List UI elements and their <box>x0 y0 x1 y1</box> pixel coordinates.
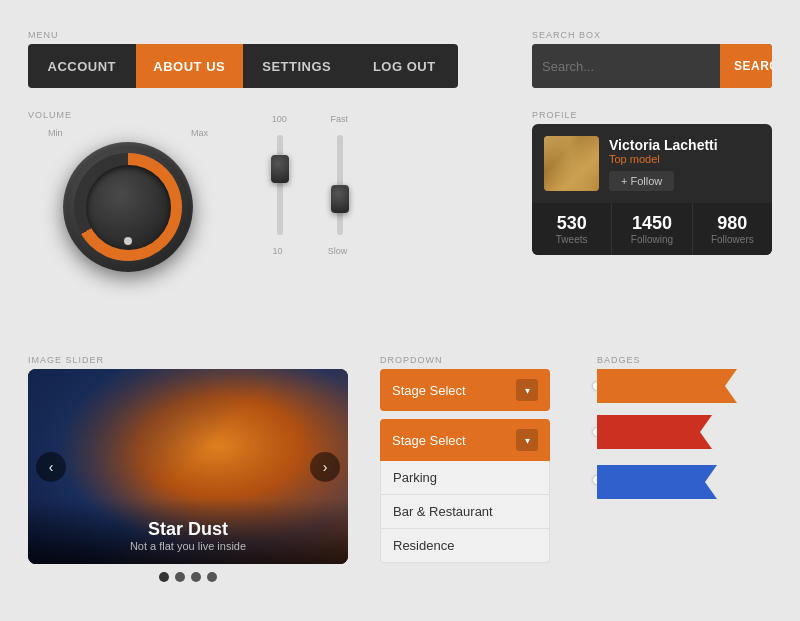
sliders-section: 100 Fast 10 Slow <box>250 110 370 256</box>
badge-ribbon-orange <box>597 369 737 403</box>
dropdown-item-2[interactable]: Residence <box>381 529 549 562</box>
slider-dots <box>28 572 348 582</box>
dropdown-item-1[interactable]: Bar & Restaurant <box>381 495 549 529</box>
badge-blue <box>597 461 772 499</box>
knob-inner <box>86 165 171 250</box>
search-button[interactable]: SEARCH <box>720 44 772 88</box>
dropdown-label: DROPDOWN <box>380 355 550 365</box>
search-section: SEARCH BOX SEARCH <box>532 30 772 88</box>
dot-2[interactable] <box>175 572 185 582</box>
profile-label: PROFILE <box>532 110 772 120</box>
menu-label: MENU <box>28 30 458 40</box>
dot-4[interactable] <box>207 572 217 582</box>
menu-item-settings[interactable]: SETTINGS <box>243 44 351 88</box>
slider-overlay: Star Dust Not a flat you live inside <box>28 499 348 564</box>
followers-label: Followers <box>697 234 768 245</box>
following-label: Following <box>616 234 687 245</box>
slider1-top-label: 100 <box>272 114 287 124</box>
dropdown-button-1-label: Stage Select <box>392 383 466 398</box>
slider-next-button[interactable]: › <box>310 452 340 482</box>
dropdown-button-2[interactable]: Stage Select ▾ <box>380 419 550 461</box>
search-label: SEARCH BOX <box>532 30 772 40</box>
slider2-bottom-label: Slow <box>328 246 348 256</box>
followers-count: 980 <box>697 213 768 234</box>
stat-tweets: 530 Tweets <box>532 203 612 255</box>
search-box: SEARCH <box>532 44 772 88</box>
tweets-count: 530 <box>536 213 607 234</box>
knob-labels: Min Max <box>48 128 208 138</box>
menu-bar: ACCOUNT ABOUT US SETTINGS LOG OUT <box>28 44 458 88</box>
badge-orange <box>597 369 772 403</box>
volume-min: Min <box>48 128 63 138</box>
search-input[interactable] <box>532 44 720 88</box>
menu-item-logout[interactable]: LOG OUT <box>351 44 459 88</box>
volume-max: Max <box>191 128 208 138</box>
badge-ribbon-red <box>597 415 712 449</box>
tweets-label: Tweets <box>536 234 607 245</box>
volume-label: VOLUME <box>28 110 228 120</box>
profile-card: Victoria Lachetti Top model Follow 530 T… <box>532 124 772 255</box>
dropdown-list: Parking Bar & Restaurant Residence <box>380 461 550 563</box>
slider2-track[interactable] <box>337 135 343 235</box>
dot-3[interactable] <box>191 572 201 582</box>
image-slider: ‹ › Star Dust Not a flat you live inside <box>28 369 348 564</box>
dropdown-button-2-label: Stage Select <box>392 433 466 448</box>
menu-item-about[interactable]: ABOUT US <box>136 44 244 88</box>
dot-1[interactable] <box>159 572 169 582</box>
knob-dot <box>124 237 132 245</box>
menu-item-account[interactable]: ACCOUNT <box>28 44 136 88</box>
dropdown-section: DROPDOWN Stage Select ▾ Stage Select ▾ P… <box>380 355 550 563</box>
profile-section: PROFILE Victoria Lachetti Top model Foll… <box>532 110 772 255</box>
follow-button[interactable]: Follow <box>609 171 674 191</box>
image-slider-section: IMAGE SLIDER ‹ › Star Dust Not a flat yo… <box>28 355 348 582</box>
stat-followers: 980 Followers <box>693 203 772 255</box>
slider1-track[interactable] <box>277 135 283 235</box>
badges-section: BADGES <box>597 355 772 511</box>
sliders-footer: 10 Slow <box>250 246 370 256</box>
menu-section: MENU ACCOUNT ABOUT US SETTINGS LOG OUT <box>28 30 458 88</box>
profile-name: Victoria Lachetti <box>609 137 760 153</box>
knob-ring <box>74 153 182 261</box>
volume-knob[interactable] <box>63 142 193 272</box>
dropdown-item-0[interactable]: Parking <box>381 461 549 495</box>
profile-info: Victoria Lachetti Top model Follow <box>609 137 760 191</box>
sliders-header: 100 Fast <box>250 114 370 124</box>
profile-top: Victoria Lachetti Top model Follow <box>532 124 772 203</box>
dropdown-arrow-icon: ▾ <box>516 379 538 401</box>
slider-subtitle: Not a flat you live inside <box>44 540 332 552</box>
dropdown-button-1[interactable]: Stage Select ▾ <box>380 369 550 411</box>
image-slider-label: IMAGE SLIDER <box>28 355 348 365</box>
sliders-inner <box>250 130 370 240</box>
profile-stats: 530 Tweets 1450 Following 980 Followers <box>532 203 772 255</box>
following-count: 1450 <box>616 213 687 234</box>
badges-label: BADGES <box>597 355 772 365</box>
avatar <box>544 136 599 191</box>
stat-following: 1450 Following <box>612 203 692 255</box>
badge-red <box>597 415 772 449</box>
slider-prev-button[interactable]: ‹ <box>36 452 66 482</box>
knob-container: Min Max <box>28 128 228 272</box>
slider1-thumb[interactable] <box>271 155 289 183</box>
dropdown-arrow-icon-2: ▾ <box>516 429 538 451</box>
slider2-thumb[interactable] <box>331 185 349 213</box>
volume-section: VOLUME Min Max <box>28 110 228 272</box>
badge-ribbon-blue <box>597 465 717 499</box>
slider1-bottom-label: 10 <box>273 246 283 256</box>
slider2-top-label: Fast <box>331 114 349 124</box>
profile-title: Top model <box>609 153 760 165</box>
slider-title: Star Dust <box>44 519 332 540</box>
